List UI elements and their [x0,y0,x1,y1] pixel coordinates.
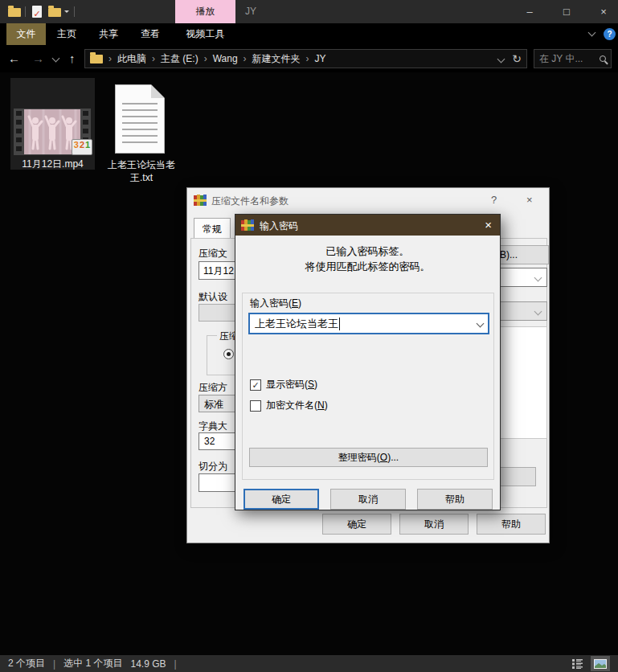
dialog-title: 压缩文件名和参数 [211,195,289,208]
show-password-label: 显示密码(S) [266,378,317,391]
quick-access-dropdown-icon[interactable] [64,10,69,15]
archive-cancel-button[interactable]: 取消 [399,514,469,535]
compression-method-value: 标准 [204,399,223,410]
tab-video-tools[interactable]: 视频工具 [175,23,235,45]
profiles-label: 默认设 [198,290,227,304]
password-dialog-titlebar: 输入密码 × [235,215,500,236]
file-item-text[interactable]: 上老王论坛当老 王.txt [103,78,179,191]
close-button[interactable]: × [590,0,617,23]
history-chevron-icon[interactable] [52,55,60,63]
help-icon[interactable]: ? [604,28,616,40]
status-bar: 2 个项目 | 选中 1 个项目 14.9 GB | [0,655,618,672]
dialog-close-icon[interactable]: × [526,194,533,206]
dropdown-chevron-icon[interactable] [477,320,485,328]
quick-access-folder-icon[interactable] [8,8,21,17]
breadcrumb-separator: › [146,53,161,64]
radio-rar[interactable] [223,349,234,359]
breadcrumb[interactable]: › 此电脑 › 主盘 (E:) › Wang › 新建文件夹 › JY ↻ [84,49,527,68]
ribbon-expand-chevron-icon[interactable] [588,29,596,37]
breadcrumb-item-jy[interactable]: JY [315,53,326,64]
enter-password-label: 输入密码(E) [250,297,301,310]
minimize-button[interactable]: – [516,0,543,23]
archive-name-label: 压缩文 [198,247,227,260]
label-accesskey: E [292,297,298,309]
password-input[interactable]: 上老王论坛当老王 [248,313,489,334]
dropdown-chevron-icon [534,308,542,316]
breadcrumb-item-drive-e[interactable]: 主盘 (E:) [161,52,198,66]
password-dialog: 输入密码 × 已输入密码标签。 将使用匹配此标签的密码。 输入密码(E) 上老王… [235,214,501,510]
refresh-icon[interactable]: ↻ [512,52,522,65]
split-volumes-label: 切分为 [198,460,227,473]
cancel-button[interactable]: 取消 [330,489,406,510]
encrypt-filenames-checkbox[interactable]: 加密文件名(N) [250,399,328,412]
file-name-video: 11月12日.mp4 [10,158,95,171]
back-icon[interactable]: ← [8,45,20,72]
status-separator: | [174,658,177,670]
tab-file[interactable]: 文件 [6,23,46,45]
maximize-button[interactable]: □ [553,0,580,23]
badge-digit: 2 [80,140,84,150]
badge-digit: 3 [74,140,79,150]
file-name-text-line2: 王.txt [96,171,186,184]
file-item-video[interactable]: 3 2 1 11月12日.mp4 [10,78,95,170]
text-file-icon [115,84,165,154]
checkbox-checked-icon[interactable]: ✓ [250,379,261,391]
label-text: 输入密码( [250,297,292,309]
password-info-line1: 已输入密码标签。 [235,244,500,259]
badge-digit: 1 [85,140,90,150]
thumbnail-view-icon[interactable] [591,656,610,671]
breadcrumb-separator: › [103,53,117,64]
search-input[interactable]: 在 JY 中... [534,49,612,68]
red-check-icon: ✓ [33,9,40,18]
show-password-checkbox[interactable]: ✓ 显示密码(S) [250,378,317,391]
label-text: ) [298,297,301,309]
dictionary-size-value: 32 [204,436,215,447]
tab-share[interactable]: 共享 [92,23,125,45]
address-dropdown-chevron-icon[interactable] [497,55,505,63]
breadcrumb-item-new-folder[interactable]: 新建文件夹 [252,52,301,66]
quick-access-new-folder-icon[interactable] [48,8,61,17]
compression-method-label: 压缩方 [198,381,227,395]
media-player-badge-icon: 3 2 1 [72,139,92,155]
password-dialog-title: 输入密码 [260,219,298,233]
details-view-icon[interactable] [572,659,583,669]
archive-help-button[interactable]: 帮助 [477,514,546,535]
search-icon[interactable] [600,55,606,62]
help-button[interactable]: 帮助 [417,489,493,510]
address-bar: ← → ↑ › 此电脑 › 主盘 (E:) › Wang › 新建文件夹 › J… [0,45,618,72]
quick-access-properties-icon[interactable]: ✓ [32,6,42,18]
window-titlebar: ✓ 播放 JY – □ × [0,0,618,23]
toolbar-separator [25,6,26,17]
ok-button[interactable]: 确定 [244,489,319,510]
ribbon-tab-strip: 文件 主页 共享 查看 视频工具 ? [0,23,618,45]
breadcrumb-separator: › [238,53,252,64]
text-lines-icon [122,103,158,143]
search-placeholder: 在 JY 中... [539,52,600,66]
breadcrumb-item-wang[interactable]: Wang [213,53,238,64]
organize-passwords-button[interactable]: 整理密码(O)... [249,448,488,467]
item-count: 2 个项目 [8,657,45,670]
archive-ok-button[interactable]: 确定 [322,514,391,535]
close-icon[interactable]: × [485,218,492,232]
text-cursor [339,318,340,330]
tab-general[interactable]: 常规 [194,218,231,239]
dropdown-chevron-icon [534,274,542,282]
forward-icon[interactable]: → [32,45,44,72]
dialog-help-icon[interactable]: ? [491,194,497,206]
checkbox-unchecked-icon[interactable] [250,400,261,412]
selection-count: 选中 1 个项目 [63,657,122,670]
up-icon[interactable]: ↑ [69,45,76,72]
status-separator: | [53,658,55,670]
password-info-line2: 将使用匹配此标签的密码。 [235,259,500,274]
breadcrumb-separator: › [301,53,315,64]
tab-play-contextual[interactable]: 播放 [175,0,235,23]
window-title: JY [245,0,256,23]
encrypt-filenames-label: 加密文件名(N) [266,399,328,412]
tab-home[interactable]: 主页 [50,23,84,45]
selection-size: 14.9 GB [130,658,166,670]
breadcrumb-item-this-pc[interactable]: 此电脑 [117,52,146,66]
tab-view[interactable]: 查看 [133,23,167,45]
winrar-icon [194,195,207,206]
file-name-text-line1: 上老王论坛当老 [96,158,186,171]
toolbar-separator [74,6,75,17]
